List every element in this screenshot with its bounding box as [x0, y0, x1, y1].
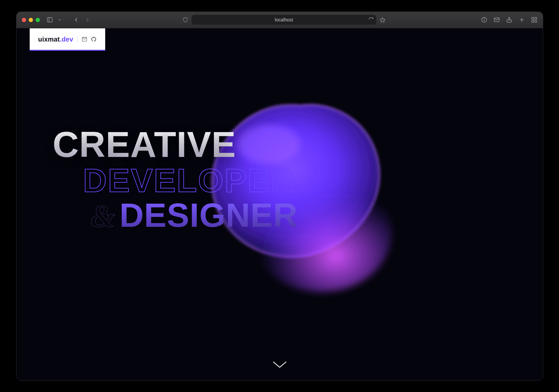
new-tab-icon[interactable] — [518, 16, 525, 23]
brand-logo[interactable]: uixmat.dev — [38, 36, 74, 43]
minimize-window-button[interactable] — [29, 18, 33, 22]
share-icon[interactable] — [506, 16, 512, 23]
browser-window: localhost — [16, 12, 543, 381]
browser-toolbar: localhost — [16, 12, 543, 28]
chevron-down-icon[interactable] — [58, 16, 62, 23]
bookmark-star-icon[interactable] — [380, 17, 386, 23]
address-bar-text: localhost — [275, 17, 293, 22]
brand-name: uixmat — [38, 36, 60, 43]
tabs-overview-icon[interactable] — [531, 16, 538, 23]
window-controls — [22, 18, 40, 22]
svg-rect-13 — [535, 20, 537, 22]
hero-line-2: DEVELOPER — [83, 165, 295, 196]
brand-links — [81, 36, 97, 42]
privacy-shield-icon[interactable] — [182, 17, 188, 23]
svg-rect-0 — [47, 17, 52, 22]
toolbar-right — [481, 16, 538, 23]
toolbar-center: localhost — [95, 15, 473, 25]
scroll-down-icon[interactable] — [272, 360, 287, 369]
svg-rect-10 — [532, 17, 534, 19]
hero-line-3: DESIGNER — [119, 199, 298, 231]
github-icon[interactable] — [91, 36, 97, 42]
mail-icon[interactable] — [493, 16, 500, 23]
forward-button-icon[interactable] — [84, 16, 91, 23]
brand-suffix: .dev — [60, 36, 73, 43]
toolbar-left — [22, 16, 91, 23]
svg-point-5 — [484, 18, 484, 18]
reload-icon[interactable] — [368, 17, 374, 22]
hero-ampersand: & — [91, 201, 116, 231]
close-window-button[interactable] — [22, 18, 26, 22]
svg-marker-2 — [380, 17, 385, 22]
divider — [77, 36, 78, 42]
hero-headline: CREATIVE DEVELOPER & DESIGNER — [53, 127, 298, 231]
svg-rect-12 — [532, 20, 534, 22]
info-icon[interactable] — [481, 16, 487, 23]
back-button-icon[interactable] — [73, 16, 79, 23]
svg-rect-11 — [535, 17, 537, 19]
brand-card: uixmat.dev — [30, 28, 106, 51]
sidebar-toggle-icon[interactable] — [47, 16, 53, 23]
maximize-window-button[interactable] — [36, 18, 40, 22]
address-bar[interactable]: localhost — [192, 15, 376, 25]
page-viewport: uixmat.dev — [16, 28, 543, 380]
email-icon[interactable] — [81, 36, 87, 42]
hero-line-1: CREATIVE — [53, 127, 298, 162]
